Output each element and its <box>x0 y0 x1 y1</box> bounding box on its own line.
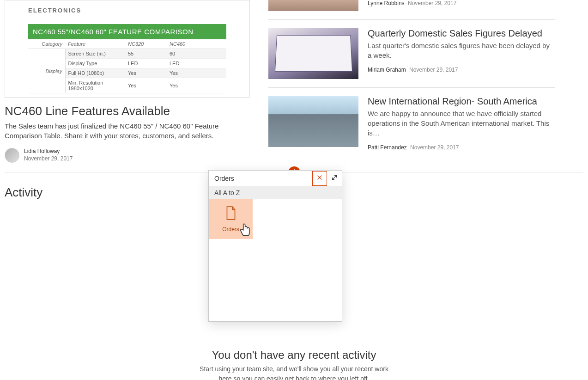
news-thumbnail <box>268 28 358 79</box>
news-section: ELECTRONICS NC460 55"/NC460 60" FEATURE … <box>5 0 583 172</box>
dialog-title: Orders <box>209 175 312 182</box>
news-item-desc: We are happy to announce that we have of… <box>368 109 555 138</box>
list-picker-dialog: Orders All A to Z <box>208 170 342 322</box>
expand-icon <box>331 174 338 183</box>
news-item-desc: Last quarter's domestic sales figures ha… <box>368 41 555 60</box>
avatar <box>5 148 19 163</box>
news-title[interactable]: NC460 Line Features Available <box>5 104 250 118</box>
feature-comparison-card[interactable]: ELECTRONICS NC460 55"/NC460 60" FEATURE … <box>5 0 250 98</box>
news-byline: Lidia Holloway November 29, 2017 <box>5 148 250 163</box>
news-thumbnail <box>268 0 358 11</box>
publish-date: November 29, 2017 <box>408 0 456 6</box>
svg-line-4 <box>333 175 337 179</box>
pointer-cursor-icon <box>239 222 251 238</box>
publish-date: November 29, 2017 <box>24 155 73 163</box>
col-header-nc460: NC460 <box>167 39 226 49</box>
author-name: Lynne Robbins <box>368 0 405 6</box>
close-button[interactable] <box>312 171 327 186</box>
news-list-item[interactable]: Lynne Robbins November 29, 2017 <box>268 0 555 19</box>
comparison-title-band: NC460 55"/NC460 60" FEATURE COMPARISON <box>28 24 226 39</box>
close-icon <box>316 174 323 183</box>
empty-activity-desc: Start using your team site, and we'll sh… <box>197 364 391 380</box>
news-list: Lynne Robbins November 29, 2017 Quarterl… <box>268 0 555 163</box>
news-thumbnail <box>268 96 358 147</box>
featured-news: ELECTRONICS NC460 55"/NC460 60" FEATURE … <box>5 0 250 163</box>
col-header-category: Category <box>28 39 65 49</box>
publish-date: November 29, 2017 <box>409 67 458 73</box>
empty-activity-title: You don't have any recent activity <box>5 349 583 362</box>
author-name: Patti Fernandez <box>368 144 407 151</box>
expand-button[interactable] <box>327 171 342 186</box>
news-list-item[interactable]: New International Region- South America … <box>268 87 555 159</box>
brand-subtitle: ELECTRONICS <box>28 7 226 14</box>
dialog-filter-label[interactable]: All A to Z <box>209 186 342 199</box>
comparison-table: Category Feature NC320 NC460 Display Scr… <box>28 39 226 93</box>
author-name: Miriam Graham <box>368 67 406 73</box>
list-tile-orders[interactable]: Orders <box>209 199 253 239</box>
document-icon <box>225 206 237 222</box>
tile-label: Orders <box>222 226 239 233</box>
author-name: Lidia Holloway <box>24 148 73 155</box>
publish-date: November 29, 2017 <box>410 144 459 151</box>
news-description: The Sales team has just finalized the NC… <box>5 121 250 141</box>
news-item-title: Quarterly Domestic Sales Figures Delayed <box>368 28 555 39</box>
col-header-nc320: NC320 <box>125 39 167 49</box>
news-list-item[interactable]: Quarterly Domestic Sales Figures Delayed… <box>268 19 555 87</box>
col-header-feature: Feature <box>65 39 125 49</box>
news-item-title: New International Region- South America <box>368 96 555 107</box>
table-row: Display Screen Size (in.) 55 60 <box>28 49 226 59</box>
